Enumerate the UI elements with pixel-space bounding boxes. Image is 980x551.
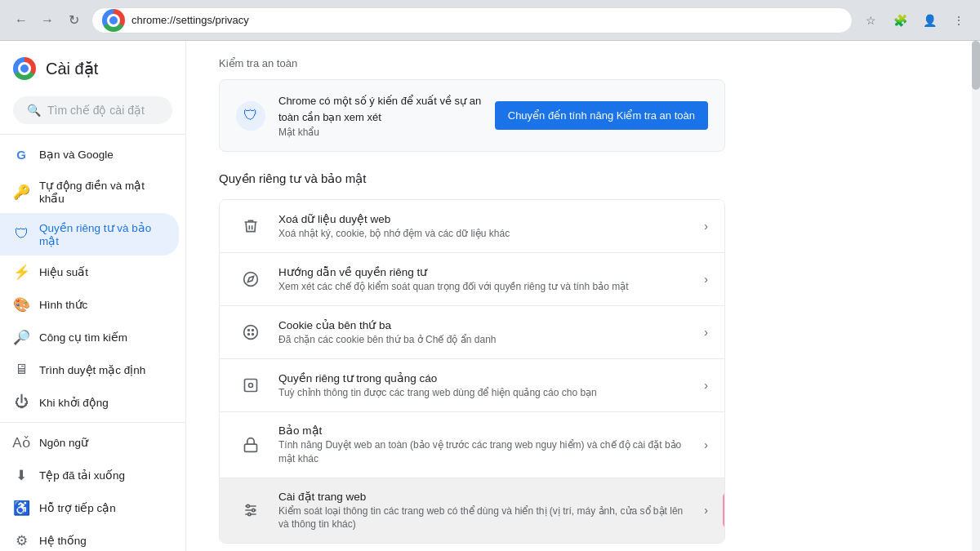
item-title: Quyền riêng tư trong quảng cáo [278, 371, 691, 384]
scrollbar-track[interactable] [972, 41, 980, 551]
settings-item-bao-mat[interactable]: Bảo mật Tính năng Duyệt web an toàn (bảo… [220, 412, 724, 478]
search-icon: 🔍 [27, 104, 41, 117]
chevron-right-icon: › [704, 273, 708, 286]
browser-actions: ☆ 🧩 👤 ⋮ [859, 9, 970, 32]
item-title: Hướng dẫn về quyền riêng tư [278, 265, 691, 278]
svg-marker-1 [247, 276, 253, 282]
settings-item-quang-cao[interactable]: Quyền riêng tư trong quảng cáo Tuỳ chỉnh… [220, 359, 724, 412]
back-button[interactable]: ← [10, 9, 33, 32]
sidebar-label: Hình thức [39, 298, 166, 311]
settings-item-xoa-du-lieu[interactable]: Xoá dữ liệu duyệt web Xoá nhật ký, cooki… [220, 200, 724, 253]
settings-item-cookie[interactable]: Cookie của bên thứ ba Đã chặn các cookie… [220, 306, 724, 359]
svg-point-15 [248, 513, 251, 516]
sidebar-label: Khi khởi động [39, 396, 166, 409]
search-box[interactable]: 🔍 [13, 96, 172, 124]
item-desc: Đã chặn các cookie bên thứ ba ở Chế độ ẩ… [278, 333, 691, 347]
item-title: Xoá dữ liệu duyệt web [278, 212, 691, 225]
svg-point-8 [249, 384, 253, 388]
item-content: Cài đặt trang web Kiểm soát loại thông t… [278, 490, 691, 532]
sidebar-label: Hỗ trợ tiếp cận [39, 501, 166, 514]
reload-button[interactable]: ↻ [62, 9, 85, 32]
item-desc: Kiểm soát loại thông tin các trang web c… [278, 504, 691, 532]
safety-card-sub-text: Mật khẩu [278, 127, 482, 138]
sidebar-header: Cài đặt [0, 47, 185, 90]
sidebar: Cài đặt 🔍 G Bạn và Google 🔑 Tự động điền… [0, 41, 186, 551]
chrome-logo [13, 57, 36, 80]
chevron-right-icon: › [704, 438, 708, 451]
svg-point-2 [244, 326, 258, 340]
svg-point-14 [252, 509, 255, 512]
translate-icon: Aǒ [13, 434, 29, 451]
item-desc: Tính năng Duyệt web an toàn (bảo vệ trướ… [278, 438, 691, 466]
item-desc: Xoá nhật ký, cookie, bộ nhớ đệm và các d… [278, 227, 691, 241]
site-icon [102, 9, 125, 32]
sidebar-item-tep-da-tai-xuong[interactable]: ⬇ Tệp đã tải xuống [0, 459, 179, 491]
sidebar-item-hinh-thuc[interactable]: 🎨 Hình thức [0, 288, 179, 321]
trash-icon [236, 211, 265, 241]
sidebar-item-he-thong[interactable]: ⚙ Hệ thống [0, 524, 179, 551]
sidebar-item-khi-khoi-dong[interactable]: ⏻ Khi khởi động [0, 386, 179, 419]
item-desc: Tuỳ chỉnh thông tin được các trang web d… [278, 386, 691, 400]
sidebar-label: Quyền riêng tư và bảo mật [39, 221, 166, 247]
settings-item-cai-dat-trang-web[interactable]: Cài đặt trang web Kiểm soát loại thông t… [220, 478, 724, 544]
item-content: Quyền riêng tư trong quảng cáo Tuỳ chỉnh… [278, 371, 691, 400]
sliders-icon [236, 495, 265, 525]
sidebar-item-cong-cu-tim-kiem[interactable]: 🔎 Công cụ tìm kiếm [0, 321, 179, 353]
settings-item-huong-dan[interactable]: Hướng dẫn về quyền riêng tư Xem xét các … [220, 253, 724, 306]
item-desc: Xem xét các chế độ kiểm soát quan trọng … [278, 280, 691, 294]
sidebar-label: Công cụ tìm kiếm [39, 331, 166, 344]
chevron-right-icon: › [704, 379, 708, 392]
sidebar-item-quyen-rieng-tu[interactable]: 🛡 Quyền riêng tư và bảo mật [0, 213, 179, 256]
palette-icon: 🎨 [13, 296, 29, 313]
sidebar-label: Hiệu suất [39, 265, 166, 278]
account-button[interactable]: 👤 [918, 9, 941, 32]
item-title: Cookie của bên thứ ba [278, 318, 691, 331]
nav-buttons: ← → ↻ [10, 9, 85, 32]
svg-point-5 [248, 334, 250, 335]
ad-privacy-icon [236, 371, 265, 400]
cookie-icon [236, 318, 265, 347]
safety-card-main-text: Chrome có một số ý kiến để xuất về sự an… [278, 93, 482, 125]
sidebar-item-ban-va-google[interactable]: G Bạn và Google [0, 138, 179, 171]
app-container: Cài đặt 🔍 G Bạn và Google 🔑 Tự động điền… [0, 41, 980, 551]
chevron-right-icon: › [704, 326, 708, 339]
svg-rect-9 [245, 444, 257, 451]
download-icon: ⬇ [13, 467, 29, 483]
google-icon: G [13, 146, 29, 162]
power-icon: ⏻ [13, 394, 29, 411]
sidebar-item-ngon-ngu[interactable]: Aǒ Ngôn ngữ [0, 426, 179, 459]
arrow-annotation [723, 492, 725, 528]
sidebar-divider [0, 134, 185, 135]
sidebar-item-hieu-suat[interactable]: ⚡ Hiệu suất [0, 256, 179, 288]
safety-card: 🛡 Chrome có một số ý kiến để xuất về sự … [219, 79, 725, 152]
sidebar-item-ho-tro-tiep-can[interactable]: ♿ Hỗ trợ tiếp cận [0, 491, 179, 524]
gauge-icon: ⚡ [13, 264, 29, 280]
sidebar-label: Bạn và Google [39, 148, 166, 161]
extensions-button[interactable]: 🧩 [889, 9, 911, 32]
sidebar-search-container: 🔍 [0, 90, 185, 131]
forward-button[interactable]: → [36, 9, 59, 32]
sidebar-item-trinh-duyet-mac-dinh[interactable]: 🖥 Trình duyệt mặc định [0, 353, 179, 386]
sidebar-label: Ngôn ngữ [39, 436, 166, 449]
safety-card-text: Chrome có một số ý kiến để xuất về sự an… [278, 93, 482, 138]
search-input[interactable] [47, 104, 186, 117]
address-bar[interactable]: chrome://settings/privacy [91, 7, 853, 33]
bookmark-button[interactable]: ☆ [859, 9, 882, 32]
sidebar-title: Cài đặt [46, 59, 98, 78]
sidebar-item-tu-dong-dien[interactable]: 🔑 Tự động điền và mật khẩu [0, 171, 179, 213]
sidebar-label: Tự động điền và mật khẩu [39, 179, 166, 205]
pink-arrow-body [723, 492, 725, 528]
system-icon: ⚙ [13, 532, 29, 549]
safety-check-button[interactable]: Chuyển đến tính năng Kiểm tra an toàn [495, 101, 708, 130]
browser-icon: 🖥 [13, 362, 29, 378]
sidebar-label: Trình duyệt mặc định [39, 363, 166, 376]
item-title: Cài đặt trang web [278, 490, 691, 503]
svg-point-13 [247, 505, 249, 508]
scrollbar-thumb[interactable] [972, 41, 980, 90]
svg-point-0 [244, 273, 258, 287]
safety-card-icon: 🛡 [236, 101, 265, 131]
privacy-section-title: Quyền riêng tư và bảo mật [219, 171, 725, 186]
svg-point-6 [252, 334, 254, 335]
menu-button[interactable]: ⋮ [947, 9, 970, 32]
item-content: Cookie của bên thứ ba Đã chặn các cookie… [278, 318, 691, 347]
